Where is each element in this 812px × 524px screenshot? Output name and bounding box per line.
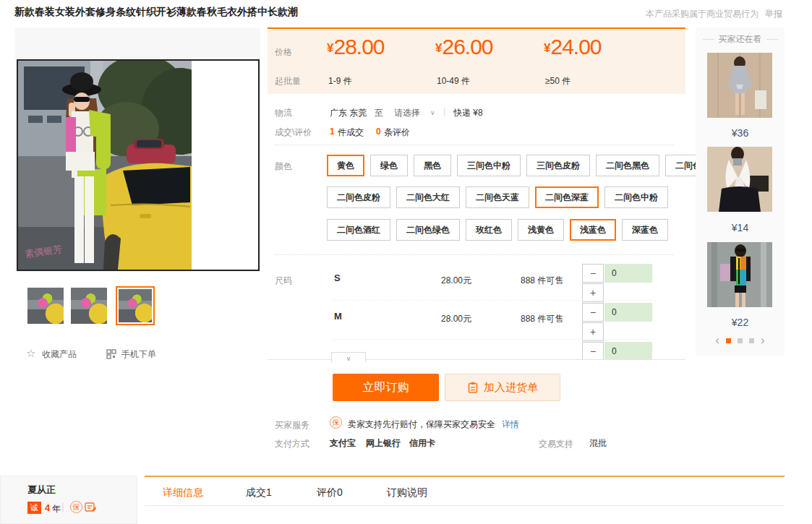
color-option[interactable]: 二间色酒红 [327, 219, 390, 241]
quantity-input[interactable]: 0 [604, 303, 652, 322]
thumbnail-1[interactable] [27, 288, 64, 324]
qr-code-icon[interactable] [106, 349, 116, 362]
product-page: 新款春装女装外套修身条纹针织开衫薄款春秋毛衣外搭中长款潮 本产品采购属于商业贸易… [0, 0, 812, 524]
size-name: S [334, 272, 341, 283]
quantity-input[interactable]: 0 [604, 342, 652, 359]
order-now-button[interactable]: 立即订购 [333, 374, 439, 401]
minus-button[interactable]: − [582, 303, 604, 322]
trade-support-value: 混批 [589, 437, 607, 450]
color-option[interactable]: 浅黄色 [518, 219, 564, 241]
color-option[interactable]: 二间色黑色 [596, 155, 659, 176]
color-option-selected[interactable]: 浅蓝色 [570, 219, 616, 241]
quantity-input[interactable]: 0 [604, 264, 652, 283]
chevron-down-icon[interactable]: ∨ [430, 109, 435, 116]
price-tier-3: ¥24.00 [544, 35, 602, 59]
color-option-selected[interactable]: 二间色深蓝 [535, 186, 599, 208]
divider: | [443, 106, 445, 116]
payment-method-ebank: 网上银行 [366, 437, 401, 450]
review-count-suffix[interactable]: 条评价 [384, 126, 410, 139]
related-product-2-price[interactable]: ¥14 [696, 222, 785, 233]
seller-box [0, 476, 137, 524]
star-icon[interactable]: ☆ [26, 347, 35, 360]
tab-order-instructions[interactable]: 订购说明 [387, 486, 427, 499]
favorite-product-button[interactable]: 收藏产品 [42, 348, 77, 361]
related-product-3-price[interactable]: ¥22 [696, 317, 785, 328]
color-option-yellow[interactable]: 黄色 [327, 155, 364, 176]
size-label: 尺码 [275, 275, 292, 287]
divider: | [61, 501, 64, 512]
also-viewing-header: 买家还在看 [696, 33, 785, 46]
page-dot-active[interactable] [726, 338, 731, 343]
separator [275, 145, 674, 145]
moq-tier-1: 1-9 件 [328, 75, 352, 87]
price-tier-2: ¥26.00 [435, 35, 493, 59]
color-option[interactable]: 玫红色 [466, 219, 512, 241]
separator [268, 359, 685, 360]
next-arrow-icon[interactable]: › [761, 335, 765, 345]
color-option[interactable]: 三间色中粉 [457, 155, 521, 176]
seller-years-suffix: 年 [52, 503, 61, 515]
guarantee-icon: 保 [330, 416, 342, 429]
certificate-icon[interactable] [85, 502, 97, 516]
trade-notice: 本产品采购属于商业贸易行为 [646, 8, 758, 20]
color-option[interactable]: 二间色绿色 [396, 219, 460, 241]
service-detail-link[interactable]: 详情 [502, 418, 519, 431]
seller-years-number: 4 [45, 502, 50, 513]
page-dot[interactable] [749, 338, 754, 343]
deal-count-suffix[interactable]: 件成交 [338, 126, 364, 139]
color-option[interactable]: 二间色大红 [396, 186, 460, 208]
tab-reviews[interactable]: 评价0 [317, 486, 343, 499]
moq-tier-2: 10-49 件 [437, 75, 470, 87]
minus-button[interactable]: − [582, 264, 604, 283]
size-list-expander[interactable]: ∨ [331, 352, 366, 362]
report-link[interactable]: 举报 [765, 8, 782, 20]
prev-arrow-icon[interactable]: ‹ [715, 335, 719, 345]
express-fee: 快递 ¥8 [453, 107, 483, 119]
separator [275, 254, 674, 255]
color-option[interactable]: 三间色皮粉 [526, 155, 590, 176]
deal-count[interactable]: 1 [330, 126, 335, 137]
color-option[interactable]: 二间色天蓝 [466, 186, 529, 208]
product-photo[interactable]: 素偶银芳 [17, 59, 260, 271]
chevron-down-icon: ∨ [346, 355, 351, 362]
size-list: S 28.00元 888 件可售 − 0 + M 28.00元 888 件可售 … [318, 262, 685, 359]
size-stock: 888 件可售 [521, 313, 563, 325]
color-option[interactable]: 二间色中粉 [604, 186, 668, 208]
logistics-label: 物流 [275, 107, 292, 119]
clipboard-icon [467, 382, 479, 393]
minus-button[interactable]: − [582, 342, 604, 359]
page-dot[interactable] [738, 338, 743, 343]
size-price: 28.00元 [441, 275, 471, 287]
thumbnail-2-image [71, 288, 107, 324]
logistics-to: 至 [375, 107, 383, 119]
mobile-order-button[interactable]: 手机下单 [121, 348, 156, 361]
moq-tier-3: ≥50 件 [545, 75, 570, 87]
moq-label: 起批量 [275, 75, 301, 87]
color-option[interactable]: 二间色皮粉 [327, 186, 390, 208]
thumbnail-3-image [119, 289, 152, 322]
related-product-3-art [707, 242, 772, 307]
price-label: 价格 [275, 46, 292, 59]
thumbnail-2[interactable] [71, 288, 107, 324]
color-option[interactable]: 深蓝色 [622, 219, 668, 241]
color-row-3: 二间色酒红 二间色绿色 玫红色 浅黄色 浅蓝色 深蓝色 [327, 219, 668, 241]
seller-name[interactable]: 夏从正 [27, 484, 56, 497]
payment-label: 支付方式 [275, 438, 309, 450]
thumbnail-3-selected[interactable] [116, 286, 155, 325]
tab-detail-info[interactable]: 详细信息 [163, 486, 203, 499]
size-price: 28.00元 [441, 313, 471, 325]
color-option[interactable]: 黑色 [414, 155, 451, 176]
guarantee-icon: 保 [70, 501, 82, 513]
separator [333, 339, 658, 340]
related-product-2-image[interactable] [707, 147, 772, 212]
related-product-1-image[interactable] [707, 53, 772, 118]
color-option[interactable]: 绿色 [370, 155, 408, 176]
destination-select[interactable]: 请选择 [394, 107, 420, 119]
size-stock: 888 件可售 [521, 275, 563, 287]
review-count[interactable]: 0 [376, 126, 381, 137]
tab-deals[interactable]: 成交1 [246, 486, 272, 499]
related-product-1-price[interactable]: ¥36 [696, 127, 785, 139]
related-product-3-image[interactable] [707, 242, 772, 307]
payment-method-credit-card: 信用卡 [409, 437, 435, 450]
add-to-purchase-list-button[interactable]: 加入进货单 [445, 374, 560, 401]
